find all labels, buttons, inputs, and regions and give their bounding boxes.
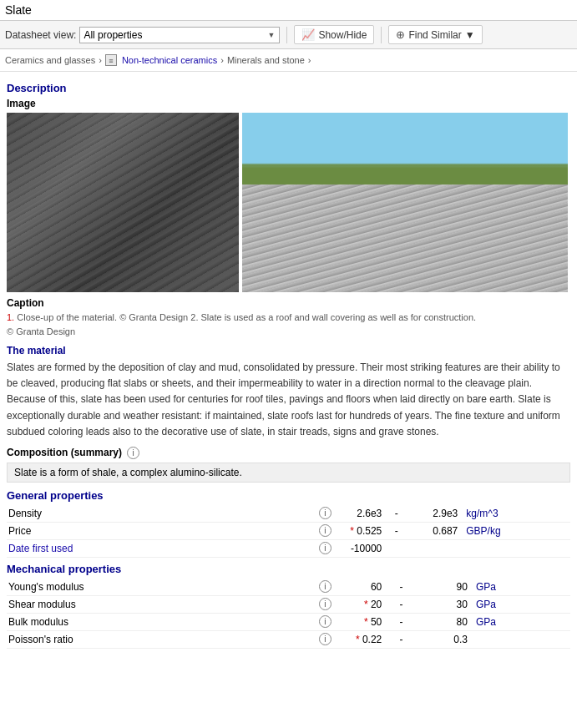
breadcrumb-arrow-3: ›: [308, 55, 311, 65]
general-properties-header: General properties: [7, 489, 570, 502]
breadcrumb-item-nontechnical[interactable]: Non-technical ceramics: [122, 55, 217, 65]
prop-name: Bulk modulus: [7, 613, 316, 630]
description-header: Description: [7, 82, 570, 94]
composition-info-icon[interactable]: i: [127, 447, 139, 459]
prop-unit: [469, 630, 570, 648]
toolbar-divider-1: [286, 27, 287, 43]
toolbar-divider-2: [381, 27, 382, 43]
breadcrumb-arrow-2: ›: [220, 55, 224, 65]
prop-val2: 0.3: [419, 630, 469, 648]
prop-val1: * 20: [333, 595, 383, 613]
material-body: Slates are formed by the deposition of c…: [7, 360, 570, 440]
image-label: Image: [7, 98, 570, 109]
prop-info-icon[interactable]: i: [316, 613, 333, 630]
prop-name: Young's modulus: [7, 579, 316, 596]
prop-val1: -10000: [333, 539, 383, 557]
datasheet-select[interactable]: All properties: [79, 27, 280, 43]
table-row: Shear modulus i * 20 - 30 GPa: [7, 595, 570, 613]
prop-dash: -: [383, 579, 419, 596]
prop-info-icon[interactable]: i: [316, 522, 333, 539]
prop-val2: 2.9e3: [409, 505, 459, 523]
prop-dash: -: [383, 595, 419, 613]
composition-row: Composition (summary) i: [7, 447, 570, 459]
image-slate-roof: [242, 113, 568, 292]
breadcrumb-item-minerals: Minerals and stone: [227, 55, 305, 65]
prop-val1: 2.6e3: [333, 505, 383, 523]
prop-info-icon[interactable]: i: [316, 630, 333, 648]
prop-val1: * 0.525: [333, 522, 383, 539]
find-similar-button[interactable]: ⊕ Find Similar ▼: [388, 25, 482, 44]
prop-val2: 30: [419, 595, 469, 613]
table-row: Bulk modulus i * 50 - 80 GPa: [7, 613, 570, 630]
breadcrumb-arrow-1: ›: [99, 55, 102, 65]
prop-dash: -: [383, 630, 419, 648]
datasheet-label: Datasheet view:: [5, 29, 76, 41]
image-container: [7, 113, 570, 292]
prop-dash: -: [383, 522, 409, 539]
mechanical-properties-header: Mechanical properties: [7, 563, 570, 575]
material-header: The material: [7, 345, 570, 356]
prop-info-icon[interactable]: i: [316, 595, 333, 613]
prop-name: Poisson's ratio: [7, 630, 316, 648]
prop-unit: GPa: [469, 595, 570, 613]
dropdown-arrow-icon: ▼: [465, 29, 475, 41]
prop-name: Density: [7, 505, 316, 523]
breadcrumb-item-ceramics: Ceramics and glasses: [5, 55, 95, 65]
prop-name: Shear modulus: [7, 595, 316, 613]
prop-val2: [409, 539, 459, 557]
prop-val1: * 50: [333, 613, 383, 630]
chart-icon: 📈: [301, 28, 315, 41]
caption-body: Close-up of the material. © Granta Desig…: [14, 312, 476, 322]
caption-label: Caption: [7, 297, 570, 309]
prop-unit: kg/m^3: [459, 505, 570, 523]
prop-info-icon[interactable]: i: [316, 539, 333, 557]
prop-info-icon[interactable]: i: [316, 579, 333, 596]
prop-val1: * 0.22: [333, 630, 383, 648]
general-properties-table: Density i 2.6e3 - 2.9e3 kg/m^3 Price i *…: [7, 505, 570, 558]
prop-val2: 80: [419, 613, 469, 630]
prop-unit: GPa: [469, 613, 570, 630]
prop-name: Date first used: [7, 539, 316, 557]
table-row: Price i * 0.525 - 0.687 GBP/kg: [7, 522, 570, 539]
prop-info-icon[interactable]: i: [316, 505, 333, 523]
main-content: Description Image Caption 1. Close-up of…: [0, 72, 577, 657]
show-hide-label: Show/Hide: [318, 29, 367, 41]
prop-val2: 90: [419, 579, 469, 596]
caption-text: 1. Close-up of the material. © Granta De…: [7, 311, 570, 338]
table-row: Poisson's ratio i * 0.22 - 0.3: [7, 630, 570, 648]
table-row: Density i 2.6e3 - 2.9e3 kg/m^3: [7, 505, 570, 523]
mechanical-properties-table: Young's modulus i 60 - 90 GPa Shear modu…: [7, 579, 570, 649]
prop-name: Price: [7, 522, 316, 539]
show-hide-button[interactable]: 📈 Show/Hide: [294, 25, 374, 44]
prop-dash: -: [383, 613, 419, 630]
caption-number: 1.: [7, 312, 14, 322]
table-row: Young's modulus i 60 - 90 GPa: [7, 579, 570, 596]
caption-credit: © Granta Design: [7, 326, 75, 336]
datasheet-select-wrapper[interactable]: All properties: [79, 27, 280, 43]
breadcrumb-doc-icon: ≡: [105, 54, 117, 66]
table-row: Date first used i -10000: [7, 539, 570, 557]
prop-val1: 60: [333, 579, 383, 596]
page-title: Slate: [0, 0, 577, 21]
composition-title: Composition (summary): [7, 447, 122, 458]
target-icon: ⊕: [396, 28, 405, 41]
breadcrumb: Ceramics and glasses › ≡ Non-technical c…: [0, 49, 577, 72]
composition-box: Slate is a form of shale, a complex alum…: [7, 463, 570, 483]
prop-dash: -: [383, 505, 409, 523]
prop-unit: GBP/kg: [459, 522, 570, 539]
image-slate-closeup: [7, 113, 239, 292]
find-similar-label: Find Similar: [408, 29, 461, 41]
toolbar: Datasheet view: All properties 📈 Show/Hi…: [0, 21, 577, 49]
prop-dash: [383, 539, 409, 557]
prop-val2: 0.687: [409, 522, 459, 539]
prop-unit: GPa: [469, 579, 570, 596]
prop-unit: [459, 539, 570, 557]
